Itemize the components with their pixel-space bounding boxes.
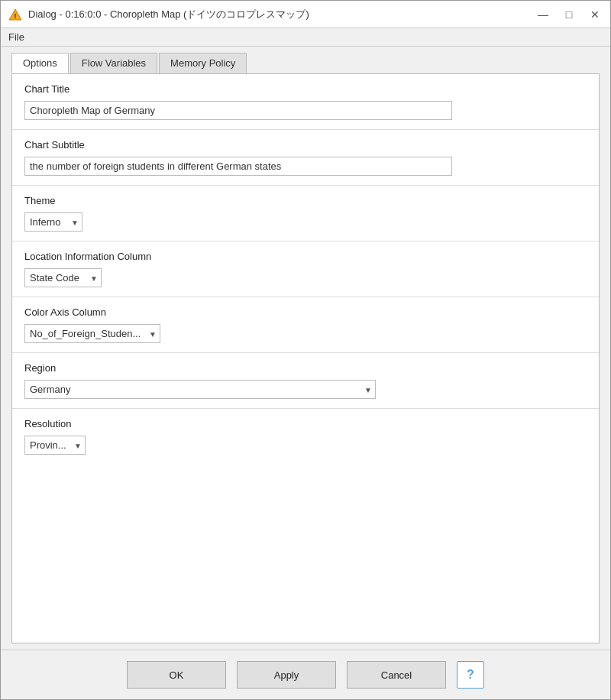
- theme-label: Theme: [24, 195, 587, 206]
- location-column-select-wrapper: State Code State Name ▼: [24, 268, 102, 287]
- location-column-select[interactable]: State Code State Name: [25, 269, 101, 287]
- ok-button[interactable]: OK: [127, 661, 226, 689]
- location-column-label: Location Information Column: [24, 251, 587, 262]
- chart-title-label: Chart Title: [24, 83, 587, 95]
- theme-select-wrapper: Inferno Viridis Plasma Magma Cividis ▼: [24, 212, 82, 232]
- region-select-wrapper: Germany France USA World ▼: [24, 380, 376, 399]
- warning-triangle-icon: !: [8, 8, 22, 21]
- maximize-button[interactable]: □: [561, 8, 577, 21]
- region-select[interactable]: Germany France USA World: [25, 381, 375, 398]
- chart-title-section: Chart Title: [12, 74, 599, 130]
- form-panel: Chart Title Chart Subtitle Theme Inferno…: [11, 73, 600, 643]
- minimize-button[interactable]: —: [535, 8, 551, 21]
- bottom-bar: OK Apply Cancel ?: [1, 650, 610, 699]
- tabs-row: Options Flow Variables Memory Policy: [1, 47, 610, 73]
- title-text: Dialog - 0:16:0:0 - Choropleth Map (ドイツの…: [28, 8, 309, 21]
- resolution-section: Resolution Provin... Country State ▼: [12, 409, 599, 464]
- color-axis-label: Color Axis Column: [24, 306, 587, 318]
- tab-flow-variables[interactable]: Flow Variables: [70, 53, 157, 73]
- theme-select[interactable]: Inferno Viridis Plasma Magma Cividis: [25, 213, 82, 231]
- help-button[interactable]: ?: [457, 661, 484, 689]
- location-column-section: Location Information Column State Code S…: [12, 241, 599, 297]
- file-menu[interactable]: File: [8, 31, 24, 43]
- apply-button[interactable]: Apply: [237, 661, 336, 689]
- region-label: Region: [24, 362, 587, 374]
- chart-subtitle-input[interactable]: [24, 157, 452, 176]
- resolution-label: Resolution: [24, 418, 587, 429]
- tab-memory-policy[interactable]: Memory Policy: [159, 53, 247, 73]
- content-area: Chart Title Chart Subtitle Theme Inferno…: [1, 73, 610, 650]
- chart-subtitle-section: Chart Subtitle: [12, 130, 599, 186]
- color-axis-section: Color Axis Column No_of_Foreign_Studen..…: [12, 297, 599, 353]
- menu-bar: File: [1, 28, 610, 47]
- chart-title-input[interactable]: [24, 101, 452, 120]
- main-window: ! Dialog - 0:16:0:0 - Choropleth Map (ドイ…: [0, 0, 611, 700]
- svg-text:!: !: [15, 12, 17, 20]
- close-button[interactable]: ✕: [587, 8, 603, 21]
- title-controls: — □ ✕: [535, 8, 603, 21]
- title-bar: ! Dialog - 0:16:0:0 - Choropleth Map (ドイ…: [1, 1, 610, 28]
- region-section: Region Germany France USA World ▼: [12, 353, 599, 409]
- resolution-select-wrapper: Provin... Country State ▼: [24, 436, 86, 455]
- tab-options[interactable]: Options: [11, 53, 69, 73]
- color-axis-select-wrapper: No_of_Foreign_Studen... Other Column ▼: [24, 324, 160, 343]
- resolution-select[interactable]: Provin... Country State: [25, 436, 85, 454]
- title-bar-left: ! Dialog - 0:16:0:0 - Choropleth Map (ドイ…: [8, 8, 309, 21]
- color-axis-select[interactable]: No_of_Foreign_Studen... Other Column: [25, 325, 160, 342]
- cancel-button[interactable]: Cancel: [347, 661, 446, 689]
- chart-subtitle-label: Chart Subtitle: [24, 139, 587, 151]
- theme-section: Theme Inferno Viridis Plasma Magma Civid…: [12, 186, 599, 241]
